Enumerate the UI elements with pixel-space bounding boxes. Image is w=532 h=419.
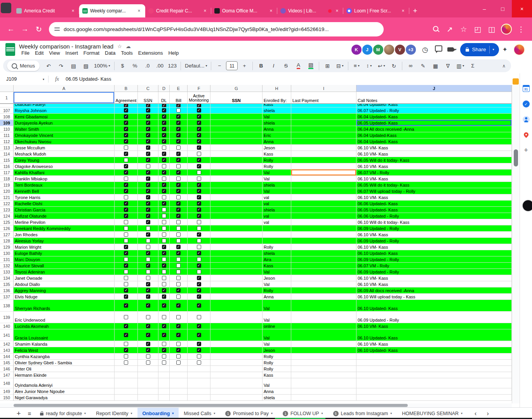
call-notes-cell[interactable]: 06.07 VM - Rolly (356, 170, 512, 176)
checkbox-checked-icon[interactable]: ✓ (162, 348, 166, 352)
row-number[interactable]: 113 (0, 145, 14, 151)
checkbox-cell[interactable]: ✓ (138, 294, 158, 300)
checkbox-cell[interactable]: ✓ (115, 104, 138, 107)
checkbox-unchecked-icon[interactable] (162, 270, 166, 274)
row-number[interactable]: 112 (0, 139, 14, 145)
last-payment-cell[interactable] (291, 360, 356, 366)
checkbox-checked-icon[interactable]: ✓ (162, 333, 166, 337)
last-payment-cell[interactable] (291, 275, 356, 281)
tab-close-icon[interactable]: × (136, 8, 142, 14)
back-icon[interactable]: ← (4, 25, 18, 34)
checkbox-cell[interactable] (115, 281, 138, 287)
checkbox-cell[interactable] (170, 225, 188, 232)
enrolled-by-cell[interactable]: Eric (263, 132, 291, 139)
enrolled-by-cell[interactable]: shiela (263, 395, 291, 401)
ssn-cell[interactable] (210, 104, 263, 107)
checkbox-unchecked-icon[interactable] (176, 145, 181, 150)
checkbox-cell[interactable]: ✓ (115, 132, 138, 139)
checkbox-unchecked-icon[interactable] (176, 360, 181, 365)
tab-close-icon[interactable]: × (400, 8, 406, 14)
call-notes-cell[interactable] (356, 366, 512, 372)
enrolled-by-cell[interactable] (263, 238, 291, 244)
client-name-cell[interactable]: Omokayode Vincent (14, 132, 115, 139)
checkbox-unchecked-icon[interactable] (162, 145, 166, 150)
checkbox-cell[interactable]: ✓ (138, 151, 158, 157)
ssn-cell[interactable] (210, 372, 263, 378)
row-number[interactable]: 144 (0, 353, 14, 360)
checkbox-unchecked-icon[interactable] (162, 360, 166, 365)
checkbox-cell[interactable]: ✓ (158, 244, 170, 250)
client-name-cell[interactable]: Olivier Sydney Gbeti - Sambia (14, 360, 115, 366)
last-payment-cell[interactable] (291, 341, 356, 347)
column-header-c[interactable]: C (138, 85, 158, 92)
checkbox-unchecked-icon[interactable] (124, 226, 128, 230)
checkbox-cell[interactable]: ✓ (158, 287, 170, 294)
checkbox-unchecked-icon[interactable] (146, 245, 150, 249)
last-payment-cell[interactable] (291, 323, 356, 329)
checkbox-cell[interactable]: ✓ (138, 300, 158, 312)
sheet-tab-menu-caret[interactable]: ▾ (271, 412, 273, 415)
checkbox-cell[interactable] (170, 238, 188, 244)
row-number[interactable]: 149 (0, 388, 14, 395)
checkbox-checked-icon[interactable]: ✓ (146, 282, 150, 286)
ssn-cell[interactable] (210, 353, 263, 360)
checkbox-checked-icon[interactable]: ✓ (146, 127, 150, 131)
call-notes-cell[interactable]: 06.10 VM- Kass (356, 151, 512, 157)
enrolled-by-cell[interactable]: Kass (263, 372, 291, 378)
client-name-cell[interactable]: Aggrey Manning (14, 287, 115, 294)
checkbox-cell[interactable]: ✓ (158, 114, 170, 120)
text-color-icon[interactable]: A (292, 61, 304, 71)
checkbox-cell[interactable]: ✓ (138, 281, 158, 287)
client-name-cell[interactable]: Durojayeola Ayekun (14, 120, 115, 126)
enrolled-by-cell[interactable]: Kass (263, 151, 291, 157)
checkbox-checked-icon[interactable]: ✓ (162, 127, 166, 131)
checkbox-cell[interactable]: ✓ (170, 188, 188, 194)
checkbox-checked-icon[interactable]: ✓ (197, 263, 201, 268)
checkbox-checked-icon[interactable]: ✓ (146, 324, 150, 328)
enrolled-by-cell[interactable]: Jeson (263, 145, 291, 151)
checkbox-checked-icon[interactable]: ✓ (162, 263, 166, 268)
call-notes-cell[interactable]: 06.05 Updated- Kass (356, 120, 512, 126)
share-menu-caret[interactable]: ▾ (493, 48, 497, 51)
row-number[interactable]: 133 (0, 269, 14, 275)
checkbox-checked-icon[interactable]: ✓ (124, 127, 128, 131)
checkbox-cell[interactable]: ✓ (170, 120, 188, 126)
checkbox-cell[interactable]: ✓ (188, 294, 210, 300)
ssn-cell[interactable] (210, 275, 263, 281)
last-payment-cell[interactable] (291, 329, 356, 341)
enrolled-by-cell[interactable]: Val (263, 188, 291, 194)
collaborator-avatar[interactable]: J (362, 44, 373, 55)
checkbox-unchecked-icon[interactable] (162, 226, 166, 230)
checkbox-cell[interactable] (138, 256, 158, 263)
checkbox-cell[interactable]: ✓ (188, 126, 210, 132)
checkbox-checked-icon[interactable]: ✓ (146, 342, 150, 346)
sheet-tab-menu-caret[interactable]: ▾ (322, 412, 323, 415)
text-rotate-icon[interactable]: ↻ (388, 61, 400, 71)
checkbox-checked-icon[interactable]: ✓ (162, 294, 166, 299)
checkbox-checked-icon[interactable]: ✓ (162, 104, 166, 107)
checkbox-cell[interactable]: ✓ (115, 244, 138, 250)
client-name-cell[interactable]: Janet Owoade (14, 275, 115, 281)
client-name-cell[interactable]: Christian Garcia (14, 207, 115, 213)
sheet-tab-missed-calls[interactable]: Missed Calls▾ (179, 408, 220, 419)
insert-link-icon[interactable]: ∞ (405, 61, 416, 71)
checkbox-unchecked-icon[interactable] (197, 226, 201, 230)
ssn-cell[interactable] (210, 294, 263, 300)
last-payment-cell[interactable] (291, 157, 356, 163)
collaborator-avatar[interactable]: K (351, 44, 362, 55)
checkbox-checked-icon[interactable]: ✓ (146, 220, 150, 224)
client-name-cell[interactable]: Hafizat Olatunde (14, 213, 115, 219)
row-number[interactable]: 150 (0, 395, 14, 401)
checkbox-unchecked-icon[interactable] (124, 177, 128, 181)
all-sheets-button[interactable]: ≡ (24, 410, 35, 417)
checkbox-cell[interactable] (170, 388, 188, 395)
checkbox-checked-icon[interactable]: ✓ (197, 139, 201, 144)
client-name-cell[interactable]: Kemi Gbadamosi (14, 114, 115, 120)
checkbox-cell[interactable]: ✓ (188, 232, 210, 238)
call-notes-cell[interactable]: 06.04 Updated- Kass (356, 139, 512, 145)
checkbox-checked-icon[interactable]: ✓ (124, 251, 128, 255)
functions-icon[interactable]: Σ (467, 61, 478, 71)
checkbox-cell[interactable]: ✓ (158, 201, 170, 207)
checkbox-checked-icon[interactable]: ✓ (124, 104, 128, 107)
tab-close-icon[interactable]: × (334, 8, 340, 14)
